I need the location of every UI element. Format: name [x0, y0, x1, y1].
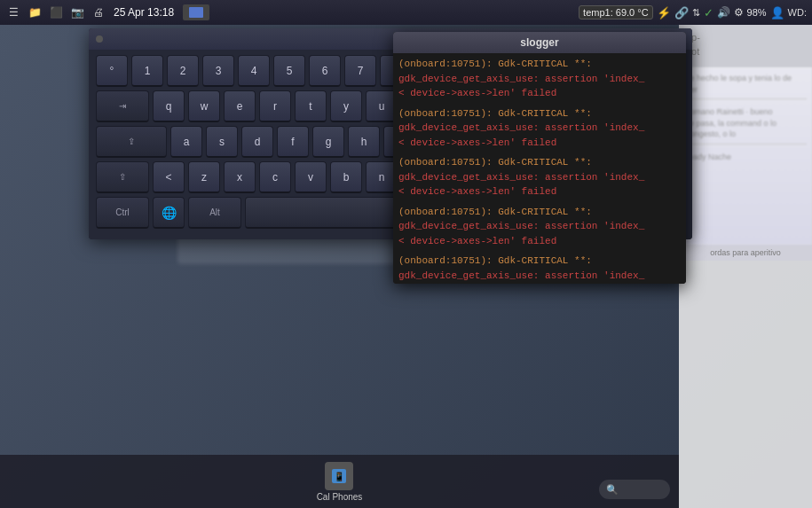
key-alt[interactable]: Alt [188, 197, 241, 229]
log-prefix-2: (onboard:10751): Gdk-CRITICAL **: [398, 108, 592, 119]
search-bar[interactable]: 🔍 [599, 480, 670, 499]
taskbar-print-icon[interactable]: 🖨 [91, 4, 106, 20]
taskbar-menu-icon[interactable]: ☰ [5, 4, 21, 20]
key-e[interactable]: e [224, 90, 256, 122]
key-tab[interactable]: ⇥ [96, 90, 149, 122]
key-capslock[interactable]: ⇪ [96, 126, 167, 158]
slogger-terminal-window: slogger (onboard:10751): Gdk-CRITICAL **… [393, 32, 686, 284]
bluetooth-icon: ⚡ [657, 6, 671, 20]
bottom-taskbar: 📱 Cal Phones [0, 455, 679, 508]
taskbar-time: 25 Apr 13:18 [114, 6, 174, 19]
right-panel: op- not De hecho le sopa y tenia lo de e… [679, 25, 812, 508]
log-entry-4: (onboard:10751): Gdk-CRITICAL **: gdk_de… [398, 205, 681, 249]
key-shift-left[interactable]: ⇧ [96, 161, 149, 193]
taskbar-terminal-icon[interactable]: ⬛ [48, 4, 64, 20]
battery-indicator: 98% [747, 7, 767, 18]
right-panel-item-2: not [686, 46, 805, 57]
settings-icon: ⚙ [734, 6, 744, 19]
taskbar-right-area: temp1: 69.0 °C ⚡ 🔗 ⇅ ✓ 🔊 ⚙ 98% 👤 WD: [579, 5, 807, 20]
key-g[interactable]: g [312, 126, 344, 158]
key-f[interactable]: f [277, 126, 309, 158]
key-c[interactable]: c [259, 161, 291, 193]
key-3[interactable]: 3 [202, 55, 234, 87]
log-prefix-4: (onboard:10751): Gdk-CRITICAL **: [398, 207, 592, 217]
right-panel-feed: De hecho le sopa y tenia lo de ejer Roma… [679, 67, 812, 245]
key-d[interactable]: d [241, 126, 273, 158]
key-y[interactable]: y [330, 90, 362, 122]
key-v[interactable]: v [295, 161, 327, 193]
taskbar-app-icon[interactable] [183, 4, 209, 20]
key-degree[interactable]: ° [96, 55, 128, 87]
key-b[interactable]: b [330, 161, 362, 193]
key-4[interactable]: 4 [238, 55, 270, 87]
titlebar-dot [96, 35, 103, 43]
key-z[interactable]: z [188, 161, 220, 193]
key-t[interactable]: t [295, 90, 327, 122]
taskbar-camera-icon[interactable]: 📷 [69, 4, 85, 20]
check-icon: ✓ [704, 6, 713, 20]
key-ctrl[interactable]: Ctrl [96, 197, 149, 229]
key-1[interactable]: 1 [131, 55, 163, 87]
log-entry-1: (onboard:10751): Gdk-CRITICAL **: gdk_de… [398, 57, 681, 101]
log-prefix-5: (onboard:10751): Gdk-CRITICAL **: [398, 255, 592, 266]
key-super[interactable]: 🌐 [153, 197, 185, 229]
temp-indicator: temp1: 69.0 °C [579, 5, 653, 20]
key-r[interactable]: r [259, 90, 291, 122]
key-q[interactable]: q [153, 90, 185, 122]
key-s[interactable]: s [206, 126, 238, 158]
volume-icon: 🔊 [717, 6, 730, 19]
slogger-window-title: slogger [520, 36, 558, 49]
network-icon: 🔗 [674, 6, 689, 20]
key-2[interactable]: 2 [167, 55, 199, 87]
taskbar-folder-icon[interactable]: 📁 [27, 4, 43, 20]
right-panel-bottom: ordas para aperitivo [679, 245, 812, 261]
slogger-terminal-body[interactable]: (onboard:10751): Gdk-CRITICAL **: gdk_de… [393, 53, 686, 284]
key-w[interactable]: w [188, 90, 220, 122]
slogger-titlebar[interactable]: slogger [393, 32, 686, 53]
wd-label: WD: [788, 7, 807, 18]
arrows-icon: ⇅ [692, 7, 700, 19]
search-icon: 🔍 [606, 484, 619, 496]
log-prefix-3: (onboard:10751): Gdk-CRITICAL **: [398, 157, 592, 168]
taskbar: ☰ 📁 ⬛ 📷 🖨 25 Apr 13:18 temp1: 69.0 °C ⚡ … [0, 0, 812, 25]
log-entry-5: (onboard:10751): Gdk-CRITICAL **: gdk_de… [398, 254, 681, 284]
user-icon: 👤 [770, 6, 784, 20]
log-entry-3: (onboard:10751): Gdk-CRITICAL **: gdk_de… [398, 155, 681, 199]
log-prefix-1: (onboard:10751): Gdk-CRITICAL **: [398, 59, 592, 69]
right-panel-item-1: op- [686, 32, 805, 43]
key-5[interactable]: 5 [273, 55, 305, 87]
cal-phones-icon: 📱 [325, 462, 353, 490]
cal-phones-label: Cal Phones [317, 492, 363, 502]
key-h[interactable]: h [348, 126, 380, 158]
key-x[interactable]: x [224, 161, 256, 193]
svg-text:📱: 📱 [334, 471, 345, 482]
key-6[interactable]: 6 [309, 55, 341, 87]
key-a[interactable]: a [170, 126, 202, 158]
key-less[interactable]: < [153, 161, 185, 193]
key-7[interactable]: 7 [344, 55, 376, 87]
log-entry-2: (onboard:10751): Gdk-CRITICAL **: gdk_de… [398, 106, 681, 151]
taskbar-cal-phones[interactable]: 📱 Cal Phones [317, 462, 363, 502]
